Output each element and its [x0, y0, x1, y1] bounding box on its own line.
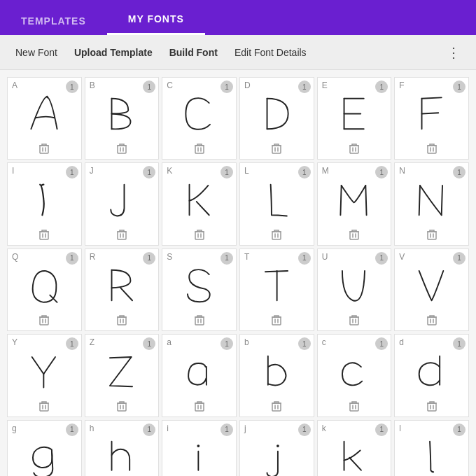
glyph-cell[interactable]: N1	[394, 162, 469, 245]
glyph-label: c	[322, 337, 326, 347]
glyph-cell[interactable]: i1	[162, 420, 237, 476]
glyph-cell[interactable]: T1	[239, 248, 314, 331]
glyph-delete-button[interactable]	[349, 143, 359, 156]
glyph-cell[interactable]: Z1	[85, 334, 160, 416]
glyph-cell[interactable]: l1	[394, 420, 469, 476]
glyph-label: I	[12, 166, 14, 176]
new-font-button[interactable]: New Font	[7, 41, 66, 64]
glyph-delete-button[interactable]	[39, 229, 49, 242]
glyph-cell[interactable]: S1	[162, 248, 237, 331]
svg-rect-14	[195, 317, 204, 325]
glyph-delete-button[interactable]	[349, 229, 359, 242]
svg-rect-4	[350, 146, 358, 153]
glyph-cell[interactable]: R1	[85, 248, 160, 331]
svg-point-26	[197, 444, 200, 447]
glyph-delete-button[interactable]	[39, 314, 49, 328]
glyph-cell[interactable]: a1	[162, 334, 237, 416]
edit-font-details-button[interactable]: Edit Font Details	[226, 41, 315, 64]
glyph-delete-button[interactable]	[195, 143, 204, 156]
glyph-count-badge: 1	[66, 337, 78, 350]
glyph-label: L	[244, 166, 249, 176]
svg-rect-9	[272, 232, 281, 239]
glyph-grid: A1 B1 C1 D1 E1	[0, 70, 476, 476]
glyph-cell[interactable]: C1	[162, 77, 237, 160]
glyph-cell[interactable]: b1	[239, 334, 314, 416]
glyph-label: K	[167, 166, 172, 176]
glyph-delete-button[interactable]	[39, 400, 49, 414]
glyph-delete-button[interactable]	[272, 143, 281, 156]
tab-myfonts[interactable]: MY FONTS	[107, 5, 205, 35]
glyph-count-badge: 1	[298, 337, 311, 350]
glyph-delete-button[interactable]	[427, 229, 437, 242]
glyph-delete-button[interactable]	[195, 229, 204, 242]
glyph-cell[interactable]: I1	[7, 162, 82, 245]
glyph-count-badge: 1	[66, 424, 78, 436]
glyph-count-badge: 1	[298, 80, 311, 93]
tab-templates[interactable]: TEMPLATES	[0, 7, 107, 35]
svg-rect-19	[118, 403, 126, 411]
glyph-delete-button[interactable]	[272, 314, 281, 328]
svg-point-28	[276, 444, 279, 447]
glyph-delete-button[interactable]	[39, 143, 49, 156]
glyph-cell[interactable]: d1	[394, 334, 469, 416]
glyph-delete-button[interactable]	[117, 314, 127, 328]
glyph-delete-button[interactable]	[117, 229, 127, 242]
glyph-delete-button[interactable]	[349, 400, 359, 414]
glyph-cell[interactable]: h1	[85, 420, 160, 476]
glyph-cell[interactable]: c1	[317, 334, 392, 416]
glyph-delete-button[interactable]	[349, 314, 359, 328]
glyph-cell[interactable]: k1	[317, 420, 392, 476]
glyph-delete-button[interactable]	[427, 314, 437, 328]
glyph-label: D	[244, 80, 251, 90]
glyph-delete-button[interactable]	[195, 400, 204, 414]
glyph-cell[interactable]: B1	[85, 77, 160, 160]
glyph-delete-button[interactable]	[117, 143, 127, 156]
glyph-cell[interactable]: Q1	[7, 248, 82, 331]
glyph-cell[interactable]: V1	[394, 248, 469, 331]
glyph-label: E	[322, 80, 328, 90]
build-font-button[interactable]: Build Font	[161, 41, 226, 64]
glyph-count-badge: 1	[220, 80, 233, 93]
svg-rect-18	[40, 403, 48, 411]
glyph-cell[interactable]: Y1	[7, 334, 82, 416]
glyph-label: A	[12, 80, 18, 90]
glyph-count-badge: 1	[453, 252, 465, 265]
glyph-cell[interactable]: J1	[85, 162, 160, 245]
glyph-cell[interactable]: E1	[317, 77, 392, 160]
glyph-label: l	[399, 424, 401, 433]
glyph-label: V	[399, 252, 405, 262]
glyph-delete-button[interactable]	[427, 143, 437, 156]
svg-rect-20	[195, 403, 204, 411]
glyph-cell[interactable]: L1	[239, 162, 314, 245]
glyph-delete-button[interactable]	[272, 229, 281, 242]
glyph-label: C	[167, 80, 173, 90]
glyph-delete-button[interactable]	[427, 400, 437, 414]
glyph-cell[interactable]: M1	[317, 162, 392, 245]
glyph-count-badge: 1	[375, 424, 388, 436]
upload-template-button[interactable]: Upload Template	[66, 41, 161, 64]
glyph-cell[interactable]: U1	[317, 248, 392, 331]
glyph-cell[interactable]: K1	[162, 162, 237, 245]
glyph-cell[interactable]: D1	[239, 77, 314, 160]
more-menu-button[interactable]: ⋮	[438, 38, 469, 66]
svg-rect-6	[40, 232, 48, 239]
glyph-label: Y	[12, 337, 18, 347]
glyph-count-badge: 1	[453, 424, 465, 436]
glyph-label: R	[90, 252, 96, 262]
glyph-label: Z	[90, 337, 94, 347]
glyph-count-badge: 1	[220, 252, 233, 265]
glyph-cell[interactable]: F1	[394, 77, 469, 160]
glyph-label: b	[244, 337, 249, 347]
glyph-cell[interactable]: g1	[7, 420, 82, 476]
glyph-cell[interactable]: A1	[7, 77, 82, 160]
svg-rect-3	[272, 146, 281, 153]
svg-rect-5	[428, 146, 436, 153]
svg-rect-10	[350, 232, 358, 239]
glyph-delete-button[interactable]	[117, 400, 127, 414]
svg-rect-2	[195, 146, 204, 153]
glyph-delete-button[interactable]	[195, 314, 204, 328]
glyph-cell[interactable]: j1	[239, 420, 314, 476]
glyph-label: T	[244, 252, 249, 262]
svg-rect-15	[272, 317, 281, 325]
glyph-delete-button[interactable]	[272, 400, 281, 414]
